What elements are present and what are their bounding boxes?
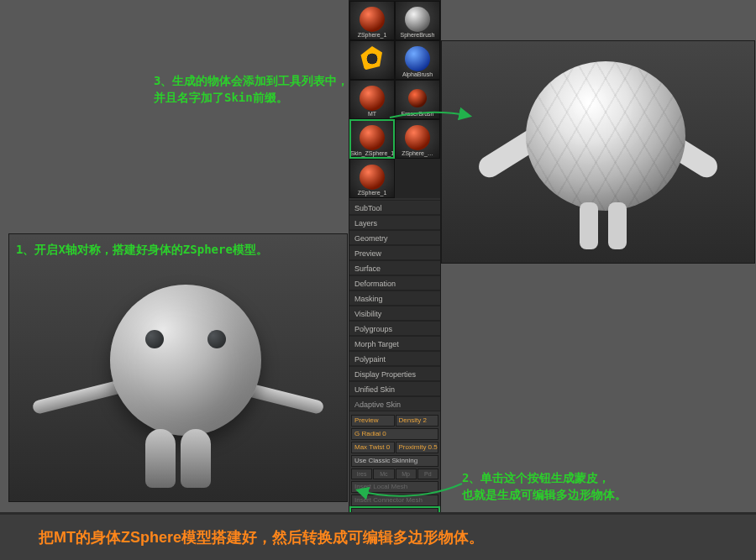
annotation-1: 1、开启X轴对称，搭建好身体的ZSphere模型。 — [16, 243, 340, 258]
thumb-label: AlphaBrush — [402, 71, 433, 77]
thumb-spherebrush[interactable]: SphereBrush — [395, 1, 440, 40]
viewport-left: 1、开启X轴对称，搭建好身体的ZSphere模型。 — [8, 233, 348, 502]
askin-gradial[interactable]: G Radial 0 — [351, 428, 438, 440]
section-preview[interactable]: Preview — [349, 245, 440, 260]
thumb-zsphere-1b[interactable]: ZSphere_1 — [349, 159, 395, 198]
section-deformation[interactable]: Deformation — [349, 275, 440, 290]
annotation-2-line1: 2、单击这个按钮生成蒙皮， — [462, 469, 731, 486]
section-subtool[interactable]: SubTool — [349, 200, 440, 215]
bottom-caption-bar: 把MT的身体ZSphere模型搭建好，然后转换成可编辑多边形物体。 — [0, 512, 756, 560]
model-leg-left — [145, 429, 176, 488]
model-body — [110, 285, 261, 436]
askin-density[interactable]: Density 2 — [396, 415, 439, 427]
section-morphtarget[interactable]: Morph Target — [349, 336, 440, 351]
thumb-label: ZSphere_1 — [358, 190, 387, 196]
poly-leg-left — [580, 202, 598, 249]
arrow-annot2 — [336, 465, 470, 510]
section-layers[interactable]: Layers — [349, 215, 440, 230]
model-leg-right — [181, 429, 211, 488]
askin-preview[interactable]: Preview — [351, 415, 395, 427]
section-visibility[interactable]: Visibility — [349, 306, 440, 321]
thumb-alphabrush[interactable]: AlphaBrush — [395, 40, 440, 80]
annotation-2-line2: 也就是生成可编辑多边形物体。 — [462, 486, 731, 503]
thumb-label: ZSphere_… — [402, 150, 433, 156]
viewport-right — [441, 40, 755, 264]
askin-proximity[interactable]: Proximity 0.5 — [396, 442, 439, 453]
poly-body — [526, 61, 685, 211]
arrow-annot3 — [386, 102, 478, 139]
annotation-2: 2、单击这个按钮生成蒙皮， 也就是生成可编辑多边形物体。 — [462, 469, 731, 504]
section-adaptiveskin[interactable]: Adaptive Skin — [349, 396, 440, 411]
section-surface[interactable]: Surface — [349, 260, 440, 275]
section-polypaint[interactable]: Polypaint — [349, 351, 440, 366]
askin-maxtwist[interactable]: Max Twist 0 — [351, 442, 395, 453]
thumb-zsphere-1[interactable]: ZSphere_1 — [349, 1, 395, 40]
annotation-3: 3、生成的物体会添加到工具列表中， 并且名字加了Skin前缀。 — [154, 72, 372, 107]
thumb-label: ZSphere_1 — [358, 32, 387, 38]
annotation-3-line2: 并且名字加了Skin前缀。 — [154, 89, 372, 106]
thumb-label: MT — [368, 111, 376, 117]
section-polygroups[interactable]: Polygroups — [349, 321, 440, 336]
bottom-caption: 把MT的身体ZSphere模型搭建好，然后转换成可编辑多边形物体。 — [39, 527, 484, 547]
thumb-label: SphereBrush — [401, 32, 435, 38]
annotation-3-line1: 3、生成的物体会添加到工具列表中， — [154, 72, 372, 89]
section-displayprops[interactable]: Display Properties — [349, 366, 440, 381]
section-unifiedskin[interactable]: Unified Skin — [349, 381, 440, 396]
poly-leg-right — [608, 202, 627, 249]
thumb-label: Skin_ZSphere_1 — [350, 150, 394, 156]
section-geometry[interactable]: Geometry — [349, 230, 440, 245]
section-masking[interactable]: Masking — [349, 290, 440, 306]
